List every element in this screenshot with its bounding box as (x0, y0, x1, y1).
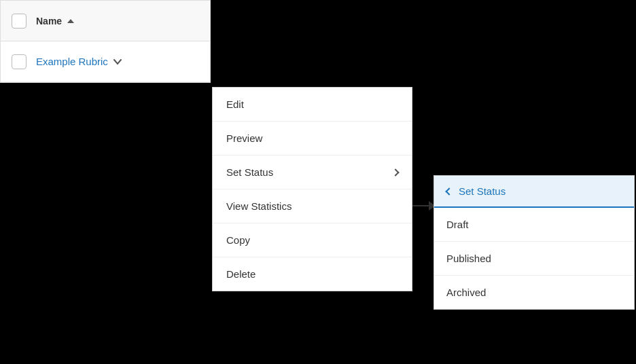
row-dropdown-arrow[interactable] (113, 58, 122, 66)
row-checkbox[interactable] (12, 54, 26, 69)
menu-item-copy[interactable]: Copy (213, 223, 412, 257)
name-column-header[interactable]: Name (36, 16, 74, 26)
sort-ascending-icon (67, 19, 74, 23)
menu-item-delete[interactable]: Delete (213, 257, 412, 291)
chevron-left-icon (445, 187, 453, 195)
table-header: Name (1, 1, 210, 41)
table-row: Example Rubric (1, 41, 210, 82)
menu-item-edit[interactable]: Edit (213, 88, 412, 122)
rubric-name-link[interactable]: Example Rubric (36, 56, 108, 67)
menu-item-set-status[interactable]: Set Status (213, 156, 412, 189)
context-menu: Edit Preview Set Status View Statistics … (212, 87, 412, 291)
menu-connector (412, 200, 436, 211)
submenu-header[interactable]: Set Status (434, 176, 634, 208)
submenu-item-published[interactable]: Published (434, 242, 634, 276)
set-status-submenu: Set Status Draft Published Archived (434, 175, 635, 310)
submenu-item-archived[interactable]: Archived (434, 276, 634, 309)
menu-item-view-statistics[interactable]: View Statistics (213, 189, 412, 223)
connector-line (412, 205, 429, 206)
select-all-checkbox[interactable] (12, 14, 26, 29)
submenu-item-draft[interactable]: Draft (434, 208, 634, 242)
menu-item-preview[interactable]: Preview (213, 122, 412, 156)
chevron-right-icon (391, 168, 399, 176)
rubrics-table: Name Example Rubric (0, 0, 211, 83)
